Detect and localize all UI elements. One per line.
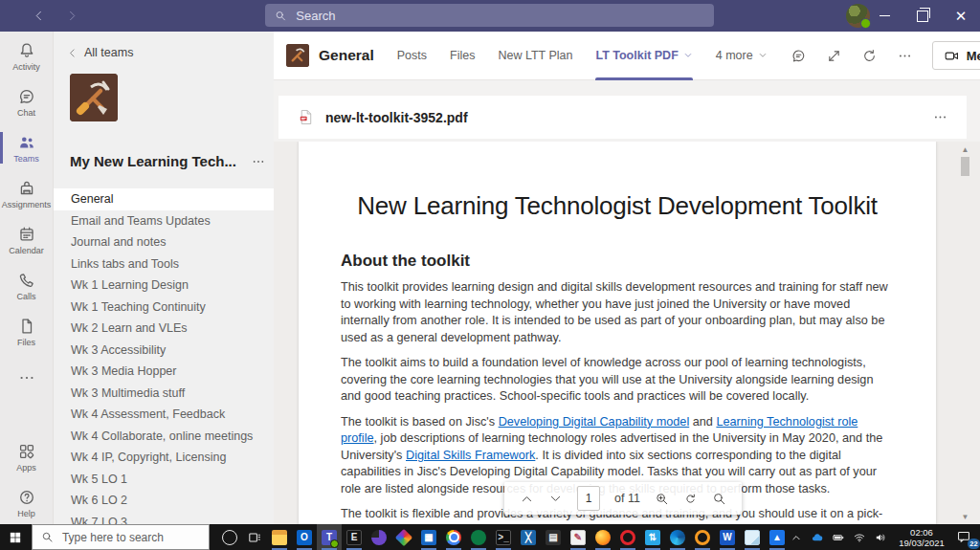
nav-forward-icon[interactable] (66, 10, 78, 22)
opera-icon[interactable] (615, 524, 640, 550)
expand-tab-icon[interactable] (826, 48, 842, 64)
channel-item-wk-3-multimedia-stuff[interactable]: Wk 3 Multimedia stuff (54, 383, 274, 405)
channel-item-wk-4-ip-copyright-licensing[interactable]: Wk 4 IP, Copyright, Licensing (54, 447, 274, 469)
tab-overflow[interactable]: 4 more (716, 32, 768, 80)
blue-app-icon[interactable]: ⇅ (640, 524, 665, 550)
close-button[interactable]: ✕ (942, 0, 980, 32)
clock-app-icon[interactable] (367, 524, 391, 550)
meet-button[interactable]: Meet (932, 41, 980, 70)
nav-back-icon[interactable] (33, 10, 45, 22)
scrollbar[interactable]: ▲ ▼ (959, 143, 971, 522)
rail-item-assignments[interactable]: Assignments (0, 172, 53, 215)
edge-icon[interactable] (665, 524, 690, 550)
tab-posts[interactable]: Posts (397, 32, 427, 80)
scroll-down-icon[interactable]: ▼ (959, 511, 971, 522)
e-app-icon[interactable]: E (342, 524, 367, 550)
channel-item-wk-4-collaborate-online-meetings[interactable]: Wk 4 Collaborate, online meetings (54, 426, 274, 448)
rail-item-files[interactable]: Files (0, 310, 53, 353)
onedrive-cloud-icon[interactable] (811, 531, 824, 544)
tab-lt-toolkit-pdf[interactable]: LT Toolkit PDF (595, 32, 692, 80)
task-view-icon[interactable] (242, 524, 267, 550)
channel-item-wk-5-lo-1[interactable]: Wk 5 LO 1 (54, 469, 274, 491)
teams-running-status-dot (330, 539, 339, 548)
channel-item-wk-3-accessibility[interactable]: Wk 3 Accessibility (54, 340, 274, 362)
channel-item-links-tabs-and-tools[interactable]: Links tabs and Tools (54, 253, 274, 275)
calendar-icon (17, 225, 36, 244)
rail-item-calls[interactable]: Calls (0, 264, 53, 307)
find-in-document-icon[interactable] (712, 492, 726, 506)
wifi-icon[interactable] (853, 531, 866, 544)
next-page-icon[interactable] (548, 492, 563, 506)
document-link[interactable]: Developing Digital Capability model (499, 415, 690, 429)
rail-item-help[interactable]: Help (0, 481, 53, 524)
action-center-button[interactable]: 22 (956, 529, 977, 546)
channel-item-email-and-teams-updates[interactable]: Email and Teams Updates (54, 210, 274, 232)
minimize-button[interactable] (865, 0, 903, 32)
previous-page-icon[interactable] (520, 492, 534, 506)
refresh-icon[interactable] (861, 48, 878, 64)
channel-item-wk-1-learning-design[interactable]: Wk 1 Learning Design (54, 275, 274, 297)
rail-item-apps[interactable]: Apps (0, 435, 53, 478)
volume-icon[interactable] (874, 531, 887, 544)
search-input[interactable] (294, 8, 704, 24)
page-count-label: of 11 (614, 492, 640, 505)
outlook-icon[interactable]: O (292, 524, 317, 550)
channel-item-general[interactable]: General (54, 188, 274, 210)
maximize-button[interactable] (903, 0, 942, 32)
document-link[interactable]: Digital Skills Framework (406, 449, 535, 462)
channel-item-wk-4-assessment-feedback[interactable]: Wk 4 Assessment, Feedback (54, 404, 274, 426)
scroll-up-icon[interactable]: ▲ (959, 143, 971, 155)
start-button[interactable] (0, 524, 32, 550)
file-explorer-icon[interactable] (267, 524, 292, 550)
conversation-icon[interactable] (791, 48, 807, 64)
zoom-in-icon[interactable] (655, 492, 669, 506)
rail-item-calendar[interactable]: Calendar (0, 218, 53, 261)
rotate-icon[interactable] (683, 492, 698, 506)
photos-icon[interactable]: ▲ (765, 524, 790, 550)
file-more-icon[interactable] (932, 109, 948, 125)
terminal-icon[interactable]: >_ (491, 524, 516, 550)
channel-item-wk-1-teaching-continuity[interactable]: Wk 1 Teaching Continuity (54, 297, 274, 319)
phone-icon (17, 271, 36, 290)
rail-item-activity[interactable]: Activity (0, 34, 53, 77)
taskbar-clock[interactable]: 02:06 19/03/2021 (895, 527, 948, 548)
all-teams-link[interactable]: All teams (67, 46, 274, 59)
teams-icon[interactable]: T (317, 524, 342, 550)
team-more-icon[interactable] (251, 154, 266, 169)
tab-files[interactable]: Files (450, 32, 475, 80)
calculator-icon[interactable]: ▤ (541, 524, 566, 550)
channel-item-wk-3-media-hopper[interactable]: Wk 3 Media Hopper (54, 361, 274, 383)
rail-item-more[interactable] (0, 356, 53, 399)
pinwheel-app-icon[interactable] (391, 524, 416, 550)
channel-item-wk-2-learn-and-vles[interactable]: Wk 2 Learn and VLEs (54, 318, 274, 340)
calendar-app-icon[interactable]: ▦ (416, 524, 441, 550)
pdf-page: New Learning Technologist Development To… (299, 142, 936, 524)
chrome-icon[interactable] (441, 524, 466, 550)
teams-icon (17, 133, 36, 152)
channel-item-wk-6-lo-2[interactable]: Wk 6 LO 2 (54, 490, 274, 512)
taskbar-search[interactable]: Type here to search (32, 524, 210, 550)
page-number-input[interactable] (577, 486, 600, 511)
global-search[interactable] (265, 4, 714, 27)
document-heading: About the toolkit (341, 252, 894, 271)
hidden-icons-chevron-icon[interactable] (790, 531, 803, 544)
word-icon[interactable]: W (715, 524, 740, 550)
battery-icon[interactable] (832, 531, 845, 544)
scrollbar-thumb[interactable] (961, 157, 969, 176)
channel-item-wk-7-lo-3[interactable]: Wk 7 LO 3 (54, 512, 274, 525)
cortana-icon[interactable] (217, 524, 242, 550)
channel-item-journal-and-notes[interactable]: Journal and notes (54, 231, 274, 253)
firefox-icon[interactable] (590, 524, 615, 550)
rail-item-teams[interactable]: Teams (0, 126, 53, 169)
more-options-icon[interactable] (897, 48, 913, 64)
paint-app-icon[interactable]: ✎ (566, 524, 590, 550)
rail-item-chat[interactable]: Chat (0, 80, 53, 123)
title-bar: ✕ (0, 0, 980, 32)
notes-app-icon[interactable] (740, 524, 765, 550)
orange-app-icon[interactable] (690, 524, 715, 550)
tools-app-icon[interactable]: ╳ (516, 524, 541, 550)
chevron-down-icon (758, 51, 768, 60)
tab-new-ltt-plan[interactable]: New LTT Plan (498, 32, 572, 80)
green-app-icon[interactable] (466, 524, 491, 550)
team-avatar[interactable] (70, 74, 118, 121)
